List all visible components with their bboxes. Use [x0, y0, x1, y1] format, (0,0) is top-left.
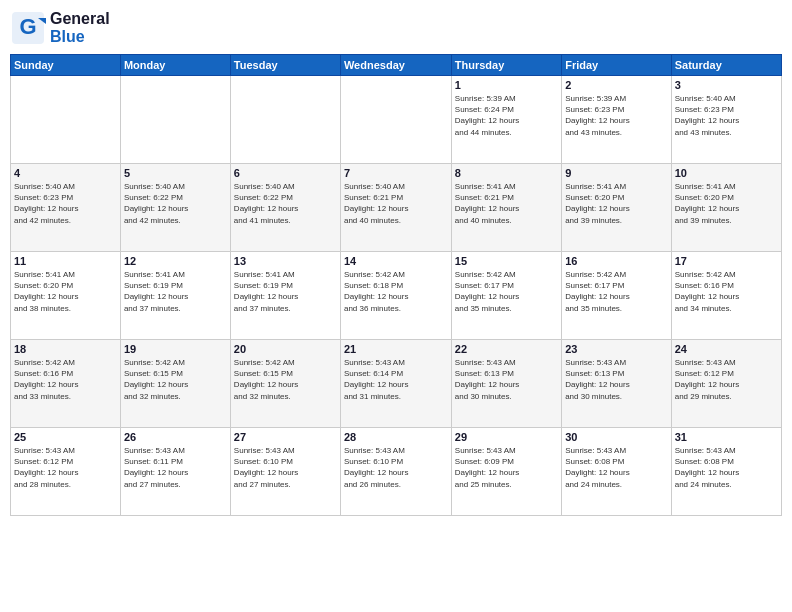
calendar-cell: 29Sunrise: 5:43 AM Sunset: 6:09 PM Dayli…: [451, 428, 561, 516]
calendar-cell: 21Sunrise: 5:43 AM Sunset: 6:14 PM Dayli…: [340, 340, 451, 428]
logo: G General Blue: [10, 10, 110, 46]
calendar-header-row: SundayMondayTuesdayWednesdayThursdayFrid…: [11, 55, 782, 76]
day-info: Sunrise: 5:40 AM Sunset: 6:21 PM Dayligh…: [344, 181, 448, 226]
day-number: 21: [344, 343, 448, 355]
day-number: 2: [565, 79, 668, 91]
day-number: 4: [14, 167, 117, 179]
day-number: 22: [455, 343, 558, 355]
day-of-week-header: Wednesday: [340, 55, 451, 76]
calendar-cell: 13Sunrise: 5:41 AM Sunset: 6:19 PM Dayli…: [230, 252, 340, 340]
calendar-week-row: 11Sunrise: 5:41 AM Sunset: 6:20 PM Dayli…: [11, 252, 782, 340]
day-of-week-header: Sunday: [11, 55, 121, 76]
calendar-cell: [230, 76, 340, 164]
day-number: 10: [675, 167, 778, 179]
calendar-cell: 27Sunrise: 5:43 AM Sunset: 6:10 PM Dayli…: [230, 428, 340, 516]
calendar-cell: 26Sunrise: 5:43 AM Sunset: 6:11 PM Dayli…: [120, 428, 230, 516]
day-of-week-header: Thursday: [451, 55, 561, 76]
day-number: 5: [124, 167, 227, 179]
calendar-cell: 8Sunrise: 5:41 AM Sunset: 6:21 PM Daylig…: [451, 164, 561, 252]
page: G General Blue SundayMondayTuesdayWednes…: [0, 0, 792, 612]
calendar-cell: 7Sunrise: 5:40 AM Sunset: 6:21 PM Daylig…: [340, 164, 451, 252]
day-info: Sunrise: 5:43 AM Sunset: 6:10 PM Dayligh…: [344, 445, 448, 490]
day-info: Sunrise: 5:42 AM Sunset: 6:15 PM Dayligh…: [234, 357, 337, 402]
day-info: Sunrise: 5:39 AM Sunset: 6:24 PM Dayligh…: [455, 93, 558, 138]
calendar-header: SundayMondayTuesdayWednesdayThursdayFrid…: [11, 55, 782, 76]
day-number: 15: [455, 255, 558, 267]
calendar-week-row: 4Sunrise: 5:40 AM Sunset: 6:23 PM Daylig…: [11, 164, 782, 252]
day-info: Sunrise: 5:40 AM Sunset: 6:23 PM Dayligh…: [14, 181, 117, 226]
day-number: 13: [234, 255, 337, 267]
calendar-cell: 6Sunrise: 5:40 AM Sunset: 6:22 PM Daylig…: [230, 164, 340, 252]
calendar-cell: 25Sunrise: 5:43 AM Sunset: 6:12 PM Dayli…: [11, 428, 121, 516]
calendar-body: 1Sunrise: 5:39 AM Sunset: 6:24 PM Daylig…: [11, 76, 782, 516]
day-number: 29: [455, 431, 558, 443]
calendar-cell: 30Sunrise: 5:43 AM Sunset: 6:08 PM Dayli…: [562, 428, 672, 516]
calendar-cell: 10Sunrise: 5:41 AM Sunset: 6:20 PM Dayli…: [671, 164, 781, 252]
day-number: 26: [124, 431, 227, 443]
day-info: Sunrise: 5:42 AM Sunset: 6:17 PM Dayligh…: [455, 269, 558, 314]
svg-text:G: G: [19, 14, 36, 39]
day-info: Sunrise: 5:41 AM Sunset: 6:19 PM Dayligh…: [124, 269, 227, 314]
calendar-cell: 1Sunrise: 5:39 AM Sunset: 6:24 PM Daylig…: [451, 76, 561, 164]
day-number: 24: [675, 343, 778, 355]
day-of-week-header: Monday: [120, 55, 230, 76]
day-info: Sunrise: 5:41 AM Sunset: 6:19 PM Dayligh…: [234, 269, 337, 314]
calendar-cell: 4Sunrise: 5:40 AM Sunset: 6:23 PM Daylig…: [11, 164, 121, 252]
calendar-cell: 17Sunrise: 5:42 AM Sunset: 6:16 PM Dayli…: [671, 252, 781, 340]
day-info: Sunrise: 5:39 AM Sunset: 6:23 PM Dayligh…: [565, 93, 668, 138]
calendar-cell: 5Sunrise: 5:40 AM Sunset: 6:22 PM Daylig…: [120, 164, 230, 252]
day-info: Sunrise: 5:40 AM Sunset: 6:23 PM Dayligh…: [675, 93, 778, 138]
day-number: 25: [14, 431, 117, 443]
calendar-cell: [120, 76, 230, 164]
day-number: 3: [675, 79, 778, 91]
day-info: Sunrise: 5:41 AM Sunset: 6:20 PM Dayligh…: [14, 269, 117, 314]
calendar-cell: 3Sunrise: 5:40 AM Sunset: 6:23 PM Daylig…: [671, 76, 781, 164]
calendar-cell: 19Sunrise: 5:42 AM Sunset: 6:15 PM Dayli…: [120, 340, 230, 428]
calendar-cell: 14Sunrise: 5:42 AM Sunset: 6:18 PM Dayli…: [340, 252, 451, 340]
calendar-cell: 24Sunrise: 5:43 AM Sunset: 6:12 PM Dayli…: [671, 340, 781, 428]
calendar-cell: 22Sunrise: 5:43 AM Sunset: 6:13 PM Dayli…: [451, 340, 561, 428]
calendar-cell: [11, 76, 121, 164]
day-number: 1: [455, 79, 558, 91]
day-info: Sunrise: 5:42 AM Sunset: 6:16 PM Dayligh…: [14, 357, 117, 402]
day-of-week-header: Saturday: [671, 55, 781, 76]
calendar-cell: 23Sunrise: 5:43 AM Sunset: 6:13 PM Dayli…: [562, 340, 672, 428]
calendar-cell: 20Sunrise: 5:42 AM Sunset: 6:15 PM Dayli…: [230, 340, 340, 428]
day-of-week-header: Friday: [562, 55, 672, 76]
day-info: Sunrise: 5:43 AM Sunset: 6:13 PM Dayligh…: [455, 357, 558, 402]
day-info: Sunrise: 5:43 AM Sunset: 6:11 PM Dayligh…: [124, 445, 227, 490]
day-number: 14: [344, 255, 448, 267]
day-info: Sunrise: 5:41 AM Sunset: 6:20 PM Dayligh…: [565, 181, 668, 226]
day-number: 31: [675, 431, 778, 443]
day-number: 11: [14, 255, 117, 267]
logo-icon: G: [10, 10, 46, 46]
day-number: 18: [14, 343, 117, 355]
day-number: 7: [344, 167, 448, 179]
calendar-cell: 2Sunrise: 5:39 AM Sunset: 6:23 PM Daylig…: [562, 76, 672, 164]
day-info: Sunrise: 5:43 AM Sunset: 6:12 PM Dayligh…: [675, 357, 778, 402]
calendar-cell: 9Sunrise: 5:41 AM Sunset: 6:20 PM Daylig…: [562, 164, 672, 252]
calendar-cell: 11Sunrise: 5:41 AM Sunset: 6:20 PM Dayli…: [11, 252, 121, 340]
day-info: Sunrise: 5:42 AM Sunset: 6:18 PM Dayligh…: [344, 269, 448, 314]
day-number: 20: [234, 343, 337, 355]
calendar-cell: 31Sunrise: 5:43 AM Sunset: 6:08 PM Dayli…: [671, 428, 781, 516]
day-number: 23: [565, 343, 668, 355]
day-info: Sunrise: 5:40 AM Sunset: 6:22 PM Dayligh…: [234, 181, 337, 226]
day-number: 28: [344, 431, 448, 443]
day-info: Sunrise: 5:43 AM Sunset: 6:08 PM Dayligh…: [565, 445, 668, 490]
calendar-cell: 28Sunrise: 5:43 AM Sunset: 6:10 PM Dayli…: [340, 428, 451, 516]
day-info: Sunrise: 5:42 AM Sunset: 6:15 PM Dayligh…: [124, 357, 227, 402]
day-info: Sunrise: 5:43 AM Sunset: 6:13 PM Dayligh…: [565, 357, 668, 402]
calendar-cell: 15Sunrise: 5:42 AM Sunset: 6:17 PM Dayli…: [451, 252, 561, 340]
day-number: 9: [565, 167, 668, 179]
calendar-week-row: 25Sunrise: 5:43 AM Sunset: 6:12 PM Dayli…: [11, 428, 782, 516]
calendar-week-row: 18Sunrise: 5:42 AM Sunset: 6:16 PM Dayli…: [11, 340, 782, 428]
calendar-week-row: 1Sunrise: 5:39 AM Sunset: 6:24 PM Daylig…: [11, 76, 782, 164]
day-info: Sunrise: 5:43 AM Sunset: 6:14 PM Dayligh…: [344, 357, 448, 402]
day-number: 6: [234, 167, 337, 179]
header: G General Blue: [10, 10, 782, 46]
day-number: 27: [234, 431, 337, 443]
day-number: 12: [124, 255, 227, 267]
day-number: 8: [455, 167, 558, 179]
calendar: SundayMondayTuesdayWednesdayThursdayFrid…: [10, 54, 782, 516]
